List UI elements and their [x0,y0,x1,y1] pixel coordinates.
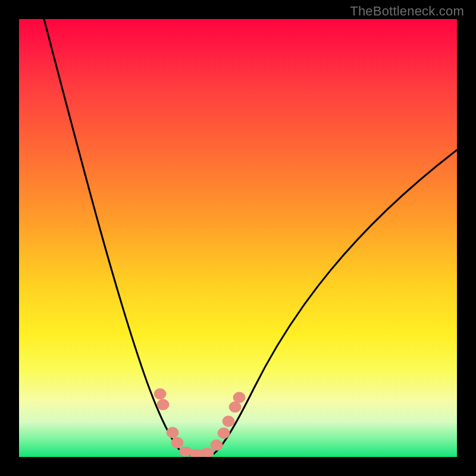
svg-point-8 [218,428,230,439]
watermark-text: TheBottleneck.com [350,4,464,19]
svg-point-7 [211,440,223,450]
svg-point-1 [157,399,169,410]
curve-right-branch [214,150,457,453]
svg-point-10 [229,402,241,412]
curve-left-branch [44,19,183,453]
svg-point-3 [171,437,183,448]
plot-area [19,19,457,457]
svg-point-9 [223,416,234,427]
svg-point-11 [233,392,245,403]
marker-cluster [154,389,245,457]
chart-frame: TheBottleneck.com [0,0,476,476]
svg-point-6 [201,448,214,457]
svg-point-0 [154,389,166,399]
svg-point-2 [167,427,178,438]
curve-layer [19,19,457,457]
